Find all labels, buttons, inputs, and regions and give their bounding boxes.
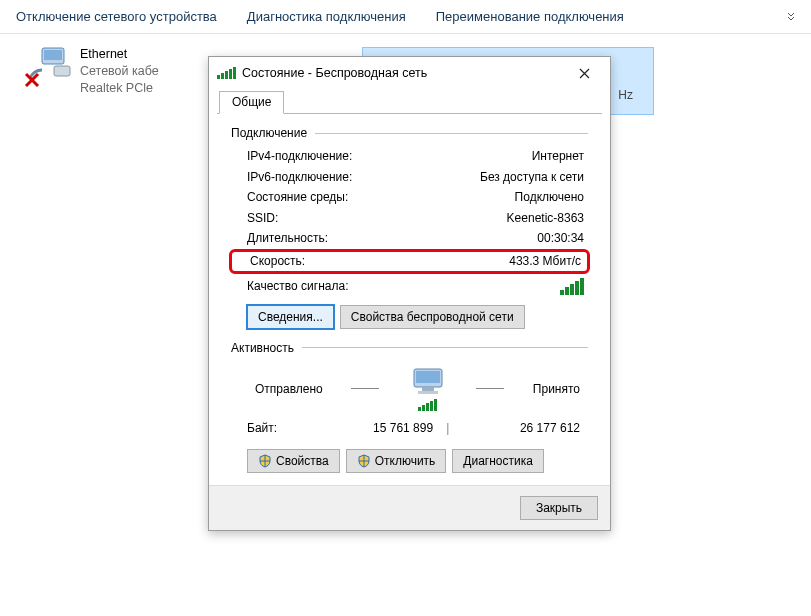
shield-icon <box>258 454 272 468</box>
bytes-sent: 15 761 899 <box>316 421 434 435</box>
tabstrip: Общие <box>217 91 602 114</box>
row-signal-quality: Качество сигнала: <box>231 274 588 297</box>
signal-bars-icon <box>560 278 584 295</box>
toolbar-rename[interactable]: Переименование подключения <box>436 9 624 24</box>
toolbar-overflow-icon[interactable] <box>787 12 795 22</box>
ipv4-value: Интернет <box>532 147 584 166</box>
activity-monitor-icon <box>408 367 448 411</box>
diagnostics-button[interactable]: Диагностика <box>452 449 544 473</box>
row-media: Состояние среды: Подключено <box>231 187 588 208</box>
duration-label: Длительность: <box>247 229 328 248</box>
wifi-properties-button[interactable]: Свойства беспроводной сети <box>340 305 525 329</box>
media-value: Подключено <box>515 188 584 207</box>
signal-label: Качество сигнала: <box>247 279 348 293</box>
group-divider <box>315 133 588 134</box>
disable-button-label: Отключить <box>375 454 436 468</box>
toolbar-disable-device[interactable]: Отключение сетевого устройства <box>16 9 217 24</box>
tab-general[interactable]: Общие <box>219 91 284 114</box>
dialog-panel: Подключение IPv4-подключение: Интернет I… <box>209 114 610 485</box>
close-icon[interactable] <box>566 59 602 87</box>
svg-rect-8 <box>418 391 438 394</box>
ipv4-label: IPv4-подключение: <box>247 147 352 166</box>
toolbar-diagnose[interactable]: Диагностика подключения <box>247 9 406 24</box>
ethernet-adapter-icon <box>24 46 72 86</box>
dialog-titlebar[interactable]: Состояние - Беспроводная сеть <box>209 57 610 89</box>
row-speed: Скорость: 433.3 Мбит/с <box>229 249 590 274</box>
ipv6-label: IPv6-подключение: <box>247 168 352 187</box>
ssid-value: Keenetic-8363 <box>507 209 584 228</box>
bytes-label: Байт: <box>247 421 316 435</box>
dialog-title: Состояние - Беспроводная сеть <box>242 66 427 80</box>
activity-sent-label: Отправлено <box>255 382 323 396</box>
row-ssid: SSID: Keenetic-8363 <box>231 208 588 229</box>
media-label: Состояние среды: <box>247 188 348 207</box>
status-dialog: Состояние - Беспроводная сеть Общие Подк… <box>208 56 611 531</box>
close-button[interactable]: Закрыть <box>520 496 598 520</box>
activity-recv-label: Принято <box>533 382 580 396</box>
ssid-label: SSID: <box>247 209 278 228</box>
properties-button-label: Свойства <box>276 454 329 468</box>
svg-rect-2 <box>54 66 70 76</box>
wifi-signal-icon <box>217 67 236 79</box>
row-ipv4: IPv4-подключение: Интернет <box>231 146 588 167</box>
disable-button[interactable]: Отключить <box>346 449 447 473</box>
connection-buttons: Сведения... Свойства беспроводной сети <box>231 297 588 333</box>
activity-buttons: Свойства Отключить Диагностика <box>231 439 588 477</box>
svg-rect-7 <box>422 387 434 391</box>
adapter-ethernet-labels: Ethernet Сетевой кабе Realtek PCle <box>80 46 159 97</box>
group-activity-label: Активность <box>231 341 294 355</box>
activity-dash-left <box>351 388 379 389</box>
bytes-separator: | <box>433 421 462 435</box>
activity-dash-right <box>476 388 504 389</box>
row-ipv6: IPv6-подключение: Без доступа к сети <box>231 167 588 188</box>
duration-value: 00:30:34 <box>537 229 584 248</box>
group-connection: Подключение <box>231 126 588 140</box>
shield-icon <box>357 454 371 468</box>
activity-row: Отправлено Принято <box>231 361 588 415</box>
details-button[interactable]: Сведения... <box>247 305 334 329</box>
parent-toolbar: Отключение сетевого устройства Диагности… <box>0 0 811 34</box>
activity-signal-icon <box>418 399 437 411</box>
bytes-row: Байт: 15 761 899 | 26 177 612 <box>231 415 588 439</box>
dialog-footer: Закрыть <box>209 485 610 530</box>
ipv6-value: Без доступа к сети <box>480 168 584 187</box>
group-divider-2 <box>302 347 588 348</box>
group-activity: Активность <box>231 341 588 355</box>
adapter-ethernet-sub2: Realtek PCle <box>80 80 159 97</box>
properties-button[interactable]: Свойства <box>247 449 340 473</box>
speed-value: 433.3 Мбит/с <box>509 252 581 271</box>
adapter-ethernet-title: Ethernet <box>80 46 159 63</box>
group-connection-label: Подключение <box>231 126 307 140</box>
speed-label: Скорость: <box>250 252 305 271</box>
bytes-recv: 26 177 612 <box>462 421 580 435</box>
svg-rect-1 <box>44 50 62 60</box>
svg-rect-6 <box>416 371 440 383</box>
adapter-ethernet-sub1: Сетевой кабе <box>80 63 159 80</box>
row-duration: Длительность: 00:30:34 <box>231 228 588 249</box>
